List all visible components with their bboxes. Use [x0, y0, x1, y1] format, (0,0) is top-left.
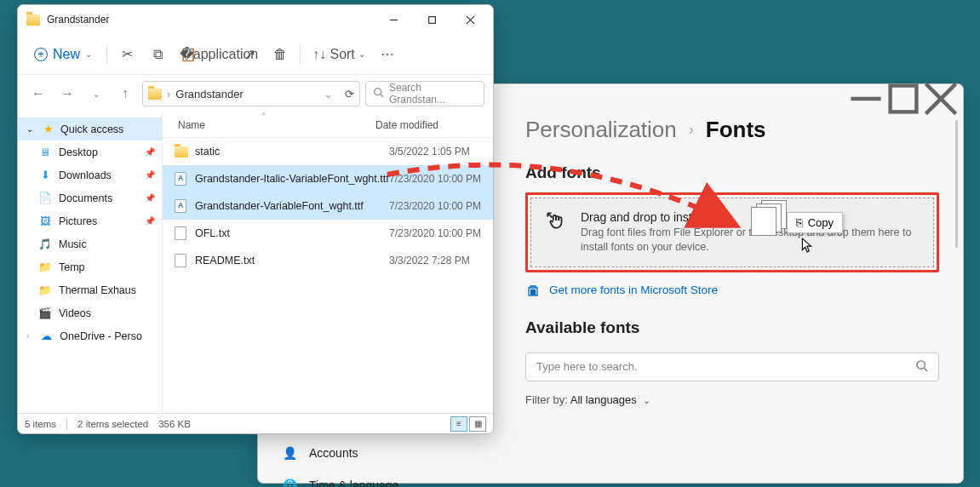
close-button[interactable]: [922, 87, 960, 111]
file-row[interactable]: OFL.txt7/23/2020 10:00 PM: [163, 220, 493, 247]
file-date: 7/23/2020 10:00 PM: [389, 200, 481, 212]
search-placeholder: Search Grandstan...: [389, 82, 477, 106]
sidebar-item[interactable]: 🖥Desktop📌: [18, 140, 162, 163]
file-row[interactable]: README.txt3/3/2022 7:28 PM: [163, 247, 493, 274]
share-icon: ↗: [242, 46, 257, 62]
pin-icon: 📌: [145, 170, 155, 180]
svg-rect-6: [531, 292, 533, 294]
file-row[interactable]: static3/5/2022 1:05 PM: [163, 138, 493, 165]
path-text: Grandstander: [175, 88, 244, 100]
cursor-icon: [801, 238, 813, 256]
new-label: New: [53, 47, 80, 62]
copy-button[interactable]: ⧉: [143, 41, 172, 68]
sidebar-item-label: Temp: [59, 261, 85, 273]
font-search-input[interactable]: Type here to search.: [525, 352, 939, 381]
sidebar-item-icon: 🖥: [38, 146, 52, 159]
chevron-down-icon: ⌄: [643, 395, 650, 405]
drop-zone[interactable]: Drag and drop to install Drag font files…: [530, 198, 934, 267]
add-fonts-heading: Add fonts: [525, 163, 939, 182]
store-link[interactable]: Get more fonts in Microsoft Store: [525, 283, 939, 298]
breadcrumb-parent[interactable]: Personalization: [525, 117, 677, 143]
sort-button[interactable]: ↑↓ Sort ⌄: [306, 41, 372, 68]
column-name[interactable]: Name: [163, 119, 375, 131]
new-button[interactable]: + New ⌄: [25, 41, 101, 68]
chevron-down-icon[interactable]: ⌄: [324, 88, 333, 100]
address-bar[interactable]: › Grandstander ⌄ ⟳: [142, 81, 360, 106]
sidebar-item-label: Documents: [59, 192, 112, 204]
sidebar-item[interactable]: ⬇Downloads📌: [18, 163, 162, 186]
pin-icon: 📌: [145, 193, 155, 203]
minimize-button[interactable]: [375, 7, 413, 32]
sidebar-item[interactable]: 📁Thermal Exhaus: [18, 278, 162, 301]
rename-button[interactable]: �application: [204, 41, 233, 68]
nav-icon: 🌐: [282, 478, 297, 487]
sidebar-item-icon: 📁: [38, 261, 52, 274]
refresh-button[interactable]: ⟳: [345, 88, 354, 100]
file-icon: [175, 226, 190, 240]
nav-icon: 👤: [282, 445, 297, 461]
settings-main: Personalization › Fonts Add fonts Drag a…: [513, 113, 963, 483]
explorer-sidebar: ⌄ ★ Quick access 🖥Desktop📌⬇Downloads📌📄Do…: [18, 112, 163, 413]
up-button[interactable]: ↑: [113, 82, 137, 106]
window-title: Grandstander: [47, 14, 109, 26]
file-date: 7/23/2020 10:00 PM: [389, 227, 481, 239]
sidebar-item[interactable]: 📄Documents📌: [18, 186, 162, 209]
recent-button[interactable]: ⌄: [84, 82, 108, 106]
search-input[interactable]: Search Grandstan...: [365, 81, 484, 106]
svg-rect-4: [531, 289, 533, 291]
sidebar-onedrive[interactable]: › ☁ OneDrive - Perso: [18, 324, 162, 347]
pin-icon: 📌: [145, 147, 155, 157]
svg-line-9: [924, 368, 927, 371]
ttf-icon: [175, 172, 190, 186]
maximize-button[interactable]: [413, 7, 451, 32]
explorer-window: Grandstander + New ⌄ ✂ ⧉ 📋 �application …: [17, 4, 494, 434]
cut-button[interactable]: ✂: [112, 41, 141, 68]
more-icon: ⋯: [381, 46, 394, 62]
column-date[interactable]: Date modified: [375, 119, 493, 131]
chevron-right-icon: ›: [26, 331, 29, 341]
sidebar-item-icon: 📄: [38, 192, 52, 205]
file-name: Grandstander-VariableFont_wght.ttf: [195, 200, 389, 212]
sidebar-item[interactable]: 📁Temp: [18, 255, 162, 278]
svg-rect-5: [534, 289, 536, 291]
folder-icon: [148, 89, 162, 100]
svg-rect-11: [429, 16, 436, 23]
column-headers[interactable]: ⌃ Name Date modified: [163, 112, 493, 138]
settings-nav-item[interactable]: 🌐Time & language: [272, 469, 500, 487]
sidebar-item[interactable]: 🎵Music: [18, 232, 162, 255]
explorer-titlebar[interactable]: Grandstander: [18, 5, 493, 34]
forward-button[interactable]: →: [55, 82, 79, 106]
sidebar-item-label: Downloads: [59, 169, 112, 181]
copy-icon: ⎘: [796, 216, 803, 229]
copy-label: Copy: [808, 216, 834, 229]
chevron-right-icon: ›: [689, 121, 694, 139]
folder-icon: [26, 14, 40, 26]
minimize-button[interactable]: [847, 87, 885, 111]
more-button[interactable]: ⋯: [374, 41, 401, 68]
sidebar-item-label: Music: [59, 238, 87, 250]
file-row[interactable]: Grandstander-Italic-VariableFont_wght.tt…: [163, 165, 493, 192]
filter-dropdown[interactable]: Filter by: All languages ⌄: [525, 393, 939, 406]
sidebar-item[interactable]: 🖼Pictures📌: [18, 209, 162, 232]
sidebar-item[interactable]: 🎬Videos: [18, 301, 162, 324]
maximize-button[interactable]: [885, 87, 922, 111]
close-button[interactable]: [451, 7, 490, 32]
share-button[interactable]: ↗: [235, 41, 264, 68]
settings-nav-item[interactable]: 👤Accounts: [272, 437, 500, 469]
trash-icon: 🗑: [272, 47, 288, 62]
chevron-down-icon: ⌄: [358, 49, 365, 59]
back-button[interactable]: ←: [26, 82, 50, 106]
svg-point-8: [917, 361, 925, 369]
pin-icon: 📌: [145, 216, 155, 226]
file-row[interactable]: Grandstander-VariableFont_wght.ttf7/23/2…: [163, 192, 493, 220]
file-name: Grandstander-Italic-VariableFont_wght.tt…: [195, 173, 389, 185]
sidebar-quick-access[interactable]: ⌄ ★ Quick access: [18, 117, 162, 140]
grid-view-button[interactable]: ▦: [469, 416, 486, 432]
store-link-text: Get more fonts in Microsoft Store: [549, 284, 718, 296]
ttf-icon: [175, 199, 190, 213]
sidebar-item-label: Desktop: [59, 146, 98, 158]
delete-button[interactable]: 🗑: [266, 41, 295, 68]
svg-point-14: [375, 89, 381, 95]
scrollbar[interactable]: [955, 120, 958, 248]
details-view-button[interactable]: ≡: [450, 416, 467, 432]
